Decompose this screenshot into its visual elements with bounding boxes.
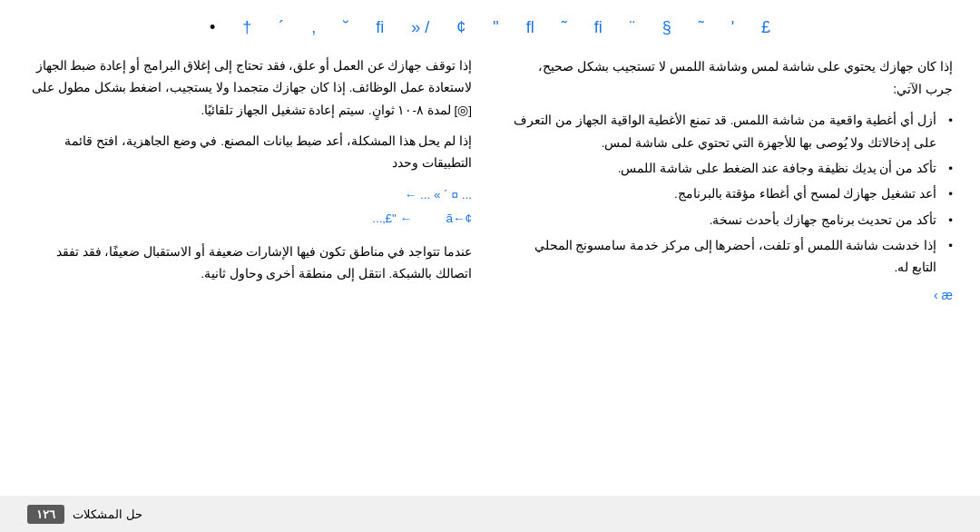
content-columns: إذا كان جهازك يحتوي على شاشة لمس وشاشة ا…	[27, 55, 953, 303]
left-paragraph-1: إذا توقف جهازك عن العمل أو علق، فقد تحتا…	[27, 55, 472, 122]
top-nav: • † ´ , ˘ fi » / ¢ " fl ˜ fi ¨ § ˜ ' £	[27, 18, 953, 37]
nav-link-tilde2[interactable]: ˜	[699, 18, 704, 37]
bullet-icon: •	[210, 18, 215, 37]
blue-link-3[interactable]: ← "£‚...	[372, 212, 412, 225]
nav-link-pound[interactable]: £	[761, 18, 770, 37]
nav-link-fi1[interactable]: fi	[376, 18, 384, 37]
nav-link-tilde[interactable]: ˜	[562, 18, 567, 37]
bullet-item-5: إذا خدشت شاشة اللمس أو تلفت، أحضرها إلى …	[508, 235, 953, 280]
footer-label: حل المشكلات	[73, 507, 142, 521]
nav-link-quote[interactable]: "	[493, 18, 498, 37]
page-number-badge: ١٢٦	[27, 505, 64, 524]
left-paragraph-3: عندما تتواجد في مناطق تكون فيها الإشارات…	[27, 241, 472, 286]
left-column: إذا توقف جهازك عن العمل أو علق، فقد تحتا…	[27, 55, 472, 285]
bullet-item-2: تأكد من أن يديك نظيفة وجافة عند الضغط عل…	[508, 158, 953, 180]
nav-link-diaeresis[interactable]: ¨	[630, 18, 635, 37]
page-container: • † ´ , ˘ fi » / ¢ " fl ˜ fi ¨ § ˜ ' £ إ…	[0, 0, 980, 532]
blue-links-block: ... ¤ ´ » ... ← ¢←ã ← "£‚...	[27, 183, 472, 230]
right-column: إذا كان جهازك يحتوي على شاشة لمس وشاشة ا…	[508, 55, 953, 303]
right-intro-text: إذا كان جهازك يحتوي على شاشة لمس وشاشة ا…	[508, 55, 953, 101]
nav-link-comma[interactable]: ,	[311, 18, 316, 37]
nav-link-fi2[interactable]: fi	[594, 18, 603, 37]
nav-link-breve[interactable]: ˘	[343, 18, 348, 37]
nav-link-apos[interactable]: '	[731, 18, 734, 37]
nav-link-fl[interactable]: fl	[526, 18, 534, 37]
bullet-item-1: أزل أي أغطية واقعية من شاشة اللمس. قد تم…	[508, 110, 953, 154]
nav-link-acute[interactable]: ´	[279, 18, 284, 37]
ae-link[interactable]: æ ›	[934, 288, 953, 302]
blue-link-1[interactable]: ... ¤ ´ » ... ←	[405, 188, 472, 202]
right-bullet-list: أزل أي أغطية واقعية من شاشة اللمس. قد تم…	[508, 110, 953, 279]
nav-link-dagger[interactable]: †	[242, 18, 251, 37]
bottom-bar: حل المشكلات ١٢٦	[0, 496, 980, 532]
left-paragraph-2: إذا لم يحل هذا المشكلة، أعد ضبط بيانات ا…	[27, 131, 472, 175]
bullet-item-4: تأكد من تحديث برنامج جهازك بأحدث نسخة.	[508, 210, 953, 232]
nav-link-cent[interactable]: ¢	[456, 18, 466, 37]
blue-link-2[interactable]: ¢←ã	[446, 212, 472, 225]
bullet-item-3: أعد تشغيل جهازك لمسح أي أغطاء مؤقتة بالب…	[508, 183, 953, 205]
nav-link-section[interactable]: §	[662, 18, 671, 37]
nav-link-guillemot[interactable]: » /	[411, 18, 429, 37]
